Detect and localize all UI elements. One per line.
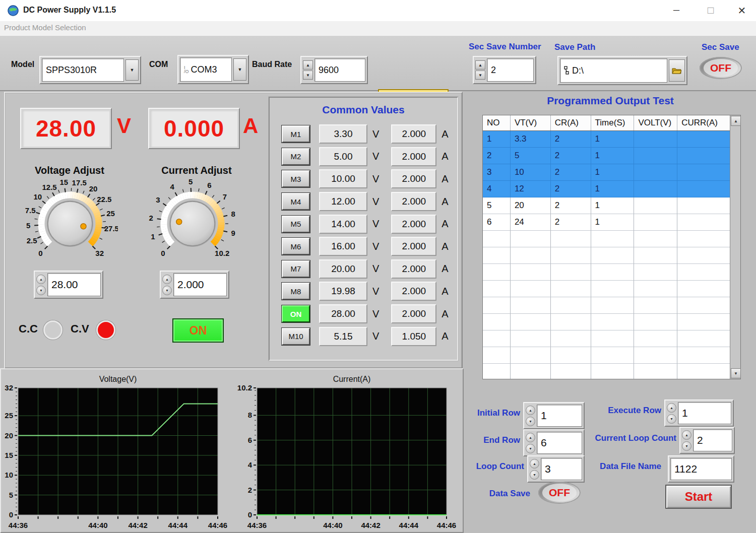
start-button[interactable]: Start — [665, 485, 732, 509]
table-cell[interactable]: 4 — [483, 181, 511, 197]
current-entry[interactable]: ▲ ▼ 2.000 — [160, 271, 229, 299]
memory-amp-value[interactable]: 2.000 — [391, 259, 436, 279]
table-cell[interactable]: 2 — [551, 181, 591, 197]
table-row[interactable] — [483, 347, 730, 364]
memory-volt-value[interactable]: 28.00 — [319, 304, 367, 323]
arrow-down-icon[interactable]: ▼ — [475, 71, 485, 80]
table-cell[interactable]: 1 — [591, 214, 635, 231]
execute-row-control[interactable]: ▲▼ 1 — [664, 399, 734, 427]
chevron-down-icon[interactable]: ▼ — [233, 58, 246, 80]
baud-rate-spinner[interactable]: ▲ ▼ 9600 — [300, 56, 368, 84]
table-cell[interactable] — [634, 297, 677, 314]
table-cell[interactable]: 5 — [483, 197, 511, 214]
table-cell[interactable] — [551, 264, 591, 281]
table-cell[interactable] — [634, 281, 677, 297]
arrow-down-icon[interactable]: ▼ — [36, 286, 46, 295]
table-cell[interactable] — [634, 181, 677, 197]
table-cell[interactable] — [634, 364, 677, 379]
table-row[interactable]: 2521 — [483, 148, 730, 164]
memory-amp-value[interactable]: 1.050 — [391, 327, 436, 346]
table-cell[interactable]: 1 — [591, 197, 635, 214]
table-cell[interactable] — [511, 330, 551, 347]
table-cell[interactable] — [634, 264, 677, 281]
arrow-up-icon[interactable]: ▲ — [526, 433, 535, 442]
data-save-toggle[interactable]: OFF — [538, 482, 581, 504]
memory-button-m10[interactable]: M10 — [282, 328, 310, 345]
minimize-button[interactable]: ─ — [666, 4, 686, 17]
table-cell[interactable] — [677, 231, 730, 247]
baud-rate-value[interactable]: 9600 — [314, 58, 365, 82]
table-cell[interactable]: 1 — [591, 164, 635, 181]
table-cell[interactable] — [634, 314, 677, 330]
scroll-down-icon[interactable]: ▼ — [731, 368, 741, 378]
memory-amp-value[interactable]: 2.000 — [391, 282, 436, 301]
save-path-value[interactable]: D:\ — [572, 65, 584, 76]
current-adjust-knob[interactable]: 012345678910.2 — [145, 177, 240, 273]
model-value[interactable]: SPPS3010R — [42, 58, 124, 82]
memory-volt-value[interactable]: 10.00 — [319, 169, 367, 188]
table-cell[interactable] — [511, 347, 551, 364]
table-cell[interactable]: 1 — [591, 181, 635, 197]
table-cell[interactable] — [591, 364, 635, 379]
arrow-down-icon[interactable]: ▼ — [667, 414, 676, 424]
save-path-control[interactable]: D:\ — [557, 56, 687, 85]
sec-save-number-value[interactable]: 2 — [487, 58, 534, 82]
table-cell[interactable] — [634, 164, 677, 181]
table-cell[interactable] — [483, 264, 511, 281]
table-cell[interactable]: 2 — [551, 214, 591, 231]
output-on-button[interactable]: ON — [172, 318, 224, 343]
close-button[interactable]: ✕ — [732, 4, 752, 17]
data-file-name-control[interactable]: 1122 — [668, 455, 734, 483]
table-cell[interactable]: 1 — [483, 131, 511, 148]
table-cell[interactable]: 3 — [483, 164, 511, 181]
memory-amp-value[interactable]: 2.000 — [391, 147, 436, 166]
table-cell[interactable] — [677, 247, 730, 264]
com-value[interactable]: COM3 — [191, 64, 217, 75]
loop-count-value[interactable]: 3 — [541, 458, 582, 480]
voltage-adjust-knob[interactable]: 02.557.51012.51517.52022.52527.532 — [22, 177, 118, 273]
memory-volt-value[interactable]: 20.00 — [319, 259, 367, 279]
arrow-up-icon[interactable]: ▲ — [303, 60, 313, 70]
memory-volt-value[interactable]: 19.98 — [319, 282, 367, 301]
table-cell[interactable] — [551, 364, 591, 379]
table-cell[interactable] — [551, 281, 591, 297]
table-cell[interactable] — [511, 247, 551, 264]
table-cell[interactable]: 10 — [511, 164, 551, 181]
arrow-up-icon[interactable]: ▲ — [667, 403, 676, 413]
table-cell[interactable] — [483, 330, 511, 347]
sec-save-number-spinner[interactable]: ▲ ▼ 2 — [473, 56, 536, 84]
table-row[interactable]: 52021 — [483, 197, 730, 214]
table-cell[interactable] — [677, 297, 730, 314]
scroll-up-icon[interactable]: ▲ — [731, 116, 741, 126]
memory-button-m5[interactable]: M5 — [282, 216, 310, 233]
table-cell[interactable]: 1 — [591, 131, 635, 148]
arrow-up-icon[interactable]: ▲ — [526, 406, 535, 415]
table-cell[interactable] — [511, 297, 551, 314]
arrow-up-icon[interactable]: ▲ — [475, 60, 485, 70]
memory-amp-value[interactable]: 2.000 — [391, 215, 436, 234]
table-cell[interactable] — [591, 231, 635, 247]
table-cell[interactable]: 1 — [591, 148, 635, 164]
current-entry-value[interactable]: 2.000 — [173, 273, 227, 296]
table-row[interactable]: 31021 — [483, 164, 730, 181]
arrow-down-icon[interactable]: ▼ — [526, 417, 535, 426]
current-loop-count-control[interactable]: ▲▼ 2 — [679, 427, 735, 454]
table-cell[interactable] — [551, 347, 591, 364]
table-cell[interactable]: 2 — [551, 148, 591, 164]
table-cell[interactable] — [551, 297, 591, 314]
table-cell[interactable] — [511, 364, 551, 379]
com-combo[interactable]: I/O COM3 ▼ — [177, 55, 249, 84]
table-cell[interactable] — [483, 231, 511, 247]
table-cell[interactable] — [483, 347, 511, 364]
arrow-down-icon[interactable]: ▼ — [162, 286, 172, 295]
table-cell[interactable]: 24 — [511, 214, 551, 231]
maximize-button[interactable]: ☐ — [701, 4, 721, 17]
table-cell[interactable]: 2 — [551, 131, 591, 148]
initial-row-control[interactable]: ▲▼ 1 — [523, 402, 585, 429]
table-cell[interactable] — [591, 247, 635, 264]
table-cell[interactable]: 3.3 — [511, 131, 551, 148]
table-cell[interactable] — [677, 281, 730, 297]
table-cell[interactable] — [483, 281, 511, 297]
table-row[interactable]: 41221 — [483, 181, 730, 197]
table-cell[interactable] — [551, 314, 591, 330]
